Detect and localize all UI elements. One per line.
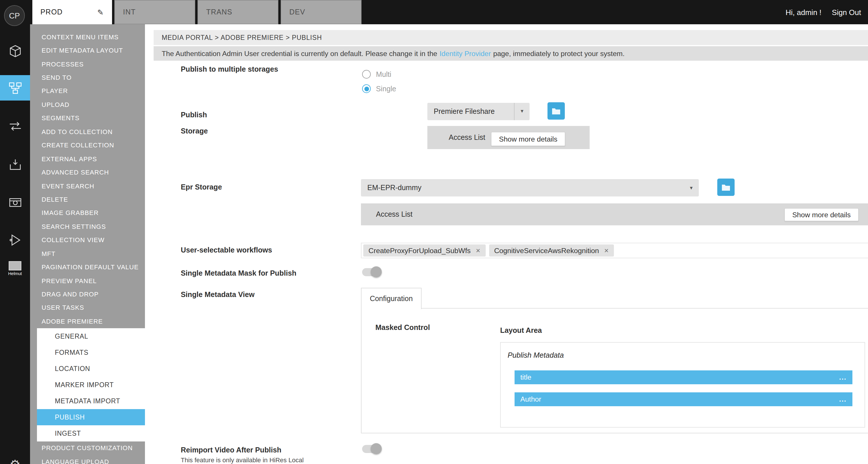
tab-configuration[interactable]: Configuration xyxy=(361,288,422,309)
radio-multi-label: Multi xyxy=(376,70,391,78)
settings-gear-icon[interactable]: ⚙ xyxy=(9,458,21,464)
tab-trans[interactable]: TRANS xyxy=(197,0,278,24)
field-options-icon[interactable]: ... xyxy=(839,395,847,403)
publish-storage-access-panel: Access List Show more details xyxy=(427,126,590,149)
epr-storage-access-list-label: Access List xyxy=(376,210,412,219)
publish-storage-folder-button[interactable] xyxy=(548,102,565,120)
epr-storage-value: EM-EPR-dummy xyxy=(361,184,684,192)
breadcrumb[interactable]: MEDIA PORTAL > ADOBE PREMIERE > PUBLISH xyxy=(154,30,868,45)
radio-multi-circle[interactable] xyxy=(362,70,371,79)
submenu-item-publish[interactable]: PUBLISH xyxy=(37,409,145,425)
submenu-item-formats[interactable]: FORMATS xyxy=(37,344,145,360)
publish-multiple-storages-label: Publish to multiple storages xyxy=(181,65,278,74)
sidebar-item-send-to[interactable]: SEND TO xyxy=(30,71,145,84)
adobe-premiere-submenu: GENERAL FORMATS LOCATION MARKER IMPORT M… xyxy=(37,328,145,441)
publish-storage-show-more-button[interactable]: Show more details xyxy=(491,132,565,146)
workflow-tag-label: CreateProxyForUpload_SubWfs xyxy=(368,246,471,255)
user-avatar[interactable]: CP xyxy=(4,5,25,26)
epr-storage-folder-button[interactable] xyxy=(717,178,735,196)
toggle-knob xyxy=(371,266,382,278)
submenu-item-ingest[interactable]: INGEST xyxy=(37,425,145,441)
sidebar-item-image-grabber[interactable]: IMAGE GRABBER xyxy=(30,206,145,220)
tab-trans-label: TRANS xyxy=(206,8,232,16)
sidebar-item-advanced-search[interactable]: ADVANCED SEARCH xyxy=(30,166,145,179)
reimport-label: Reimport Video After Publish xyxy=(181,446,281,454)
sidebar-item-create-collection[interactable]: CREATE COLLECTION xyxy=(30,138,145,152)
publish-storage-access-list-label: Access List xyxy=(449,134,485,142)
workflows-tag-row[interactable]: CreateProxyForUpload_SubWfs × CognitiveS… xyxy=(361,243,868,258)
epr-storage-access-panel: Access List Show more details xyxy=(361,203,868,225)
publish-storage-value: Premiere Fileshare xyxy=(427,108,514,116)
metadata-field-label: title xyxy=(520,373,531,381)
workflow-tag[interactable]: CognitiveServiceAwsRekognition × xyxy=(489,244,614,257)
layout-area-box: Publish Metadata title ... Author ... xyxy=(500,342,865,428)
submenu-item-location[interactable]: LOCATION xyxy=(37,360,145,376)
radio-single-circle[interactable] xyxy=(362,84,371,93)
sidebar-item-segments[interactable]: SEGMENTS xyxy=(30,111,145,125)
publish-storage-select[interactable]: Premiere Fileshare ▼ xyxy=(427,103,530,120)
sidebar-item-processes[interactable]: PROCESSES xyxy=(30,57,145,71)
workflows-icon[interactable] xyxy=(0,75,30,100)
sidebar-item-upload[interactable]: UPLOAD xyxy=(30,98,145,111)
helmut-avatar[interactable]: Helmut xyxy=(0,261,30,276)
tab-int-label: INT xyxy=(123,8,136,16)
publish-metadata-group-title: Publish Metadata xyxy=(508,351,564,359)
greeting-text: Hi, admin ! xyxy=(786,8,822,17)
sidebar-item-collection-view[interactable]: COLLECTION VIEW xyxy=(30,233,145,247)
screen: PROD ✎ INT TRANS DEV Hi, admin ! Sign Ou… xyxy=(0,0,868,464)
folder-icon xyxy=(721,183,731,191)
tab-dev[interactable]: DEV xyxy=(281,0,362,24)
sidebar-item-product-customization[interactable]: PRODUCT CUSTOMIZATION xyxy=(30,441,145,455)
reimport-toggle[interactable] xyxy=(362,445,380,453)
single-mask-label: Single Metadata Mask for Publish xyxy=(181,269,296,278)
sidebar-item-context-menu-items[interactable]: CONTEXT MENU ITEMS xyxy=(30,30,145,44)
single-mask-toggle[interactable] xyxy=(362,268,380,276)
radio-single[interactable]: Single xyxy=(362,84,396,93)
submenu-item-marker-import[interactable]: MARKER IMPORT xyxy=(37,376,145,393)
helmut-thumbnail-icon xyxy=(9,261,21,270)
sidebar-item-search-settings[interactable]: SEARCH SETTINGS xyxy=(30,220,145,233)
identity-provider-link[interactable]: Identity Provider xyxy=(439,50,491,58)
remove-tag-icon[interactable]: × xyxy=(604,246,609,255)
sidebar-item-mft[interactable]: MFT xyxy=(30,247,145,260)
media-icon[interactable] xyxy=(0,190,30,215)
submenu-item-general[interactable]: GENERAL xyxy=(37,328,145,344)
top-right-area: Hi, admin ! Sign Out xyxy=(786,0,861,24)
radio-multi[interactable]: Multi xyxy=(362,70,391,79)
transfer-icon[interactable] xyxy=(0,113,30,139)
collection-icon[interactable] xyxy=(0,152,30,177)
environment-tabs: PROD ✎ INT TRANS DEV xyxy=(32,0,362,24)
tab-prod[interactable]: PROD ✎ xyxy=(32,0,112,24)
submenu-item-metadata-import[interactable]: METADATA IMPORT xyxy=(37,393,145,409)
workflows-label: User-selectable workflows xyxy=(181,246,272,254)
toggle-knob xyxy=(371,443,382,454)
epr-storage-label: Epr Storage xyxy=(181,183,222,191)
epr-storage-show-more-button[interactable]: Show more details xyxy=(784,208,859,221)
sidebar-item-external-apps[interactable]: EXTERNAL APPS xyxy=(30,152,145,166)
sidebar-item-event-search[interactable]: EVENT SEARCH xyxy=(30,179,145,193)
sidebar-item-language-upload[interactable]: LANGUAGE UPLOAD xyxy=(30,455,145,464)
single-view-label: Single Metadata View xyxy=(181,291,255,299)
chevron-down-icon: ▼ xyxy=(684,185,699,191)
sidebar-item-adobe-premiere[interactable]: ADOBE PREMIERE xyxy=(30,314,145,328)
edit-pencil-icon[interactable]: ✎ xyxy=(97,8,104,17)
sidebar-item-player[interactable]: PLAYER xyxy=(30,84,145,98)
field-options-icon[interactable]: ... xyxy=(839,373,847,381)
sidebar-item-edit-metadata-layout[interactable]: EDIT METADATA LAYOUT xyxy=(30,44,145,57)
sidebar-item-pagination-default-value[interactable]: PAGINATION DEFAULT VALUE xyxy=(30,260,145,274)
sidebar-item-add-to-collection[interactable]: ADD TO COLLECTION xyxy=(30,125,145,138)
metadata-field-label: Author xyxy=(520,395,541,403)
package-icon[interactable] xyxy=(0,38,30,63)
epr-storage-select[interactable]: EM-EPR-dummy ▼ xyxy=(361,179,699,197)
metadata-field-author[interactable]: Author ... xyxy=(515,393,852,406)
sign-out-link[interactable]: Sign Out xyxy=(832,8,861,17)
sidebar-item-user-tasks[interactable]: USER TASKS xyxy=(30,301,145,315)
sidebar-item-preview-panel[interactable]: PREVIEW PANEL xyxy=(30,274,145,288)
sidebar-item-drag-and-drop[interactable]: DRAG AND DROP xyxy=(30,288,145,301)
remove-tag-icon[interactable]: × xyxy=(476,246,480,255)
metadata-field-title[interactable]: title ... xyxy=(515,370,852,384)
player-icon[interactable] xyxy=(0,227,30,253)
workflow-tag[interactable]: CreateProxyForUpload_SubWfs × xyxy=(363,244,486,257)
sidebar-item-delete[interactable]: DELETE xyxy=(30,193,145,206)
tab-int[interactable]: INT xyxy=(114,0,195,24)
